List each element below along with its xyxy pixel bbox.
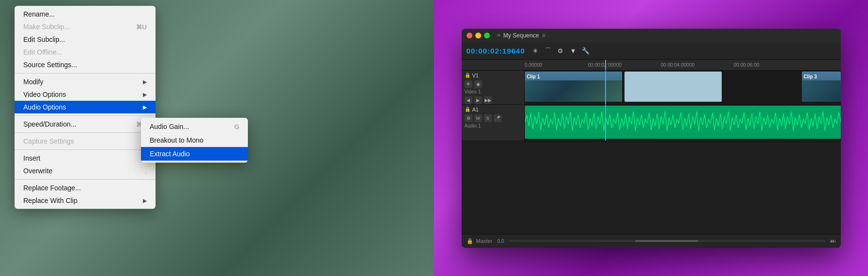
track-v1-label: V1 [472, 73, 479, 78]
timeline-area: 00:00:02:19640 ✳ ⌒ ⚙ ▼ 🔧 0.00000 00:00:0… [462, 42, 841, 248]
separator-5 [15, 179, 156, 180]
arrow-icon: ▶ [143, 104, 147, 110]
razor-icon[interactable]: ⚙ [556, 46, 565, 55]
video-clip-1[interactable]: Clip 1 [525, 72, 622, 102]
menu-item-label: Video Options [23, 91, 66, 98]
video-clip-2[interactable] [625, 72, 722, 102]
audio-track-controls: ⚙ M S 🎤 [465, 114, 521, 122]
audio-track-header-top: 🔒 A1 [465, 107, 521, 112]
video-clip-3[interactable]: Clip 3 [802, 72, 841, 102]
shortcut-overwrite: . [145, 167, 147, 175]
master-label: Master [476, 238, 493, 244]
visibility-icon[interactable]: ◉ [474, 80, 482, 88]
menu-icon: ≡ [542, 32, 545, 39]
track-a1-label: A1 [472, 107, 479, 112]
ruler-marks: 0.00000 00:00:02:00000 00:00:04:00000 00… [525, 60, 841, 70]
menu-item-video-options[interactable]: Video Options ▶ [15, 88, 156, 101]
menu-item-label: Rename... [23, 10, 55, 18]
separator-1 [15, 73, 156, 74]
menu-item-label: Overwrite [23, 167, 52, 175]
clip-1-thumbnail [525, 80, 622, 102]
sparkle-icon[interactable]: ✳ [531, 46, 539, 55]
menu-item-label: Insert [23, 154, 40, 162]
next-frame-icon[interactable]: ▶▶ [484, 96, 492, 104]
menu-item-source-settings[interactable]: Source Settings... [15, 58, 156, 71]
timecode-display: 00:00:02:19640 [467, 47, 525, 55]
timeline-ruler: 0.00000 00:00:02:00000 00:00:04:00000 00… [462, 60, 841, 71]
video-track-controls: 👁 ◉ [465, 80, 521, 88]
video-track-row: 🔒 V1 👁 ◉ Video 1 ◀ ▶ ▶▶ [462, 71, 841, 105]
separator-2 [15, 115, 156, 116]
ruler-playhead [605, 60, 606, 70]
eye-icon[interactable]: 👁 [465, 80, 472, 88]
menu-item-label: Speed/Duration... [23, 120, 76, 128]
window-title-area: ✕ My Sequence ≡ [497, 32, 545, 39]
scroll-track[interactable] [509, 240, 825, 242]
arrow-icon: ▶ [143, 92, 147, 98]
menu-item-label: Replace With Clip [23, 197, 77, 204]
close-x-icon: ✕ [497, 33, 501, 38]
ruler-mark-4s: 00:00:04:00000 [661, 62, 695, 68]
mute-icon[interactable]: M [474, 114, 482, 122]
left-panel: Rename... Make Subclip... ⌘U Edit Subcli… [0, 0, 434, 276]
video-track-content: Clip 1 Clip 3 [525, 71, 841, 104]
solo-icon[interactable]: S [484, 114, 492, 122]
window-titlebar: ✕ My Sequence ≡ [462, 29, 841, 42]
skip-end-icon[interactable]: ⏭ [830, 238, 836, 244]
menu-item-edit-subclip[interactable]: Edit Subclip... [15, 33, 156, 46]
audio-track-header: 🔒 A1 ⚙ M S 🎤 Audio 1 [462, 105, 525, 141]
wrench-icon[interactable]: 🔧 [581, 46, 590, 55]
lock-icon[interactable]: 🔒 [465, 73, 470, 78]
audio-settings-icon[interactable]: ⚙ [465, 114, 472, 122]
submenu-item-extract-audio[interactable]: Extract Audio [141, 147, 248, 161]
maximize-button[interactable] [484, 33, 490, 38]
menu-item-capture-settings: Capture Settings ▶ [15, 135, 156, 147]
ruler-mark-6s: 00:00:06:00 [734, 62, 760, 68]
close-button[interactable] [467, 33, 472, 38]
volume-value: 0.0 [497, 239, 504, 244]
submenu-item-audio-gain[interactable]: Audio Gain... G [141, 120, 248, 133]
menu-item-replace-footage[interactable]: Replace Footage... [15, 182, 156, 194]
svg-rect-0 [525, 106, 841, 139]
submenu-item-breakout-mono[interactable]: Breakout to Mono [141, 133, 248, 147]
premiere-window: ✕ My Sequence ≡ 00:00:02:19640 ✳ ⌒ ⚙ ▼ 🔧 [462, 29, 841, 248]
lock-master-icon: 🔒 [467, 238, 473, 244]
video-playback-controls: ◀ ▶ ▶▶ [465, 96, 521, 104]
timeline-playhead-audio [605, 105, 606, 141]
shortcut-make-subclip: ⌘U [136, 23, 147, 31]
menu-item-speed-duration[interactable]: Speed/Duration... ⌘R [15, 118, 156, 130]
menu-item-make-subclip: Make Subclip... ⌘U [15, 20, 156, 33]
menu-item-label: Capture Settings [23, 137, 74, 145]
menu-item-insert[interactable]: Insert , [15, 152, 156, 165]
menu-item-modify[interactable]: Modify ▶ [15, 75, 156, 88]
arrow-icon: ▶ [143, 79, 147, 85]
context-menu: Rename... Make Subclip... ⌘U Edit Subcli… [15, 6, 156, 209]
ruler-mark-0: 0.00000 [525, 62, 542, 68]
menu-item-rename[interactable]: Rename... [15, 8, 156, 20]
audio-track-row: 🔒 A1 ⚙ M S 🎤 Audio 1 [462, 105, 841, 141]
menu-item-audio-options[interactable]: Audio Options ▶ [15, 101, 156, 113]
arrow-icon: ▶ [143, 198, 147, 204]
shortcut-audio-gain: G [234, 123, 239, 130]
clip-3-label: Clip 3 [802, 73, 819, 80]
menu-item-overwrite[interactable]: Overwrite . [15, 165, 156, 177]
lock-icon-audio[interactable]: 🔒 [465, 107, 470, 112]
menu-item-replace-with-clip[interactable]: Replace With Clip ▶ [15, 194, 156, 207]
menu-item-label: Edit Subclip... [23, 36, 65, 43]
arrow-icon[interactable]: ▼ [569, 46, 577, 55]
menu-item-label: Make Subclip... [23, 23, 70, 31]
play-icon[interactable]: ▶ [474, 96, 482, 104]
clip-1-label: Clip 1 [525, 73, 542, 80]
submenu-item-label: Breakout to Mono [150, 136, 204, 144]
clip-3-thumbnail [802, 80, 841, 102]
menu-item-edit-offline: Edit Offline... [15, 46, 156, 58]
prev-frame-icon[interactable]: ◀ [465, 96, 472, 104]
minimize-button[interactable] [475, 33, 481, 38]
track-header-top: 🔒 V1 [465, 73, 521, 78]
timecode-bar: 00:00:02:19640 ✳ ⌒ ⚙ ▼ 🔧 [462, 42, 841, 60]
scroll-thumb[interactable] [635, 240, 698, 242]
audio-clip-1[interactable]: // Generate waveform bars inline via SVG… [525, 106, 841, 139]
link-icon[interactable]: ⌒ [543, 46, 552, 55]
mic-icon[interactable]: 🎤 [494, 114, 502, 122]
menu-item-label: Edit Offline... [23, 48, 62, 56]
